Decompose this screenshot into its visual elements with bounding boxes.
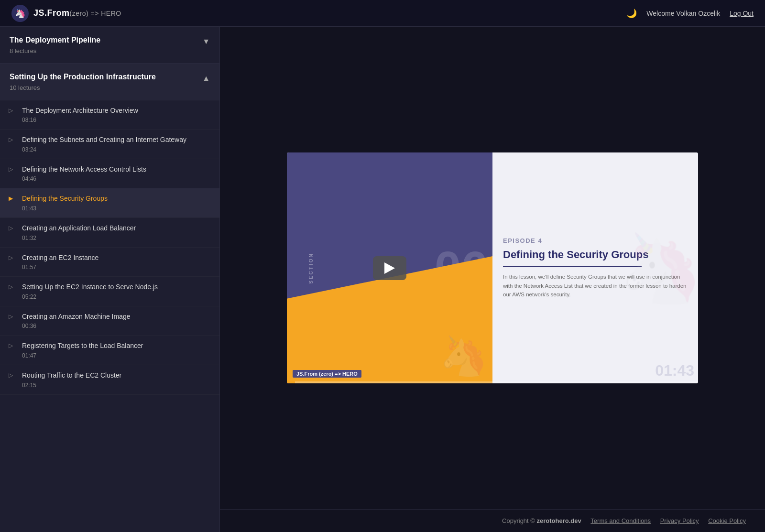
video-right: 🦄 EPISODE 4 Defining the Security Groups…: [492, 152, 698, 384]
collapsed-section[interactable]: The Deployment Pipeline 8 lectures ▼: [0, 27, 219, 64]
lecture-list: ▷The Deployment Architecture Overview08:…: [0, 100, 219, 395]
lecture-name: Creating an EC2 Instance: [22, 253, 210, 263]
video-progress-fill: [287, 381, 295, 383]
lecture-item[interactable]: ▷Registering Targets to the Load Balance…: [0, 336, 219, 365]
video-wrapper: SECTION 06 🦄: [287, 152, 698, 384]
footer-brand: zerotohero.dev: [537, 517, 581, 524]
duration-watermark: 01:43: [655, 362, 694, 380]
video-logo: JS.From (zero) => HERO: [293, 370, 361, 378]
welcome-text: Welcome Volkan Ozcelik: [646, 10, 720, 17]
lecture-item[interactable]: ▷Creating an Amazon Machine Image00:36: [0, 306, 219, 336]
svg-text:🦄: 🦄: [15, 8, 26, 19]
play-icon: ▷: [9, 283, 13, 290]
play-icon: ▶: [9, 195, 13, 202]
lecture-name: The Deployment Architecture Overview: [22, 106, 210, 116]
footer-privacy-link[interactable]: Privacy Policy: [660, 517, 699, 524]
main-content: SECTION 06 🦄: [220, 27, 765, 532]
play-icon: ▷: [9, 342, 13, 349]
lecture-item[interactable]: ▷Creating an EC2 Instance01:57: [0, 248, 219, 277]
lecture-item[interactable]: ▷Creating an Application Load Balancer01…: [0, 218, 219, 248]
logo-text: JS.From(zero) => HERO: [33, 8, 121, 18]
lecture-name: Defining the Subnets and Creating an Int…: [22, 135, 210, 145]
header: 🦄 JS.From(zero) => HERO 🌙 Welcome Volkan…: [0, 0, 765, 27]
lecture-duration: 02:15: [22, 382, 210, 389]
lecture-duration: 04:46: [22, 175, 210, 182]
logo-jsrom: JS.From: [33, 8, 70, 18]
footer-copyright: Copyright ©: [502, 517, 536, 524]
video-progress-bar[interactable]: [287, 381, 698, 383]
play-icon: [384, 262, 395, 274]
lecture-item[interactable]: ▷The Deployment Architecture Overview08:…: [0, 100, 219, 130]
footer: Copyright © zerotohero.dev Terms and Con…: [220, 509, 765, 532]
play-icon: ▷: [9, 254, 13, 261]
play-icon: ▷: [9, 166, 13, 173]
lecture-duration: 01:32: [22, 235, 210, 241]
unicorn-watermark: 🦄: [440, 334, 488, 379]
lecture-name: Registering Targets to the Load Balancer: [22, 341, 210, 351]
lecture-duration: 05:22: [22, 293, 210, 300]
lecture-duration: 01:43: [22, 205, 210, 212]
lecture-item[interactable]: ▷Defining the Subnets and Creating an In…: [0, 130, 219, 159]
lecture-name: Creating an Application Load Balancer: [22, 224, 210, 233]
lecture-item[interactable]: ▷Defining the Network Access Control Lis…: [0, 159, 219, 189]
video-container: SECTION 06 🦄: [220, 27, 765, 509]
play-icon: ▷: [9, 136, 13, 143]
play-icon: ▷: [9, 372, 13, 379]
lecture-item[interactable]: ▷Routing Traffic to the EC2 Cluster02:15: [0, 365, 219, 395]
expanded-toggle-icon: ▲: [202, 74, 210, 83]
logo-sub: (zero) => HERO: [70, 10, 121, 17]
play-button[interactable]: [373, 256, 406, 280]
lecture-duration: 01:47: [22, 352, 210, 359]
lecture-item[interactable]: ▷Setting Up the EC2 Instance to Serve No…: [0, 277, 219, 306]
lecture-duration: 01:57: [22, 264, 210, 271]
lecture-name: Creating an Amazon Machine Image: [22, 312, 210, 322]
expanded-section-count: 10 lectures: [10, 84, 156, 91]
logo-icon: 🦄: [11, 5, 29, 22]
collapsed-toggle-icon: ▼: [202, 37, 210, 46]
collapsed-section-info: The Deployment Pipeline 8 lectures: [10, 35, 100, 54]
lecture-duration: 03:24: [22, 146, 210, 153]
video-thumbnail: SECTION 06 🦄: [287, 152, 698, 384]
lecture-item[interactable]: ▶Defining the Security Groups01:43: [0, 188, 219, 218]
lecture-name: Setting Up the EC2 Instance to Serve Nod…: [22, 282, 210, 292]
logo[interactable]: 🦄 JS.From(zero) => HERO: [11, 5, 121, 22]
collapsed-section-title: The Deployment Pipeline: [10, 35, 100, 45]
play-icon: ▷: [9, 225, 13, 231]
header-right: 🌙 Welcome Volkan Ozcelik Log Out: [626, 8, 754, 19]
play-icon: ▷: [9, 107, 13, 114]
lecture-name: Defining the Network Access Control List…: [22, 165, 210, 174]
collapsed-section-count: 8 lectures: [10, 47, 100, 54]
layout: The Deployment Pipeline 8 lectures ▼ Set…: [0, 27, 765, 532]
expanded-section-title: Setting Up the Production Infrastructure: [10, 72, 156, 82]
sidebar: The Deployment Pipeline 8 lectures ▼ Set…: [0, 27, 220, 532]
footer-cookie-link[interactable]: Cookie Policy: [708, 517, 746, 524]
play-icon: ▷: [9, 313, 13, 320]
unicorn-bg: 🦄: [619, 228, 698, 307]
logout-button[interactable]: Log Out: [730, 10, 754, 17]
moon-icon[interactable]: 🌙: [626, 8, 637, 19]
lecture-name: Routing Traffic to the EC2 Cluster: [22, 371, 210, 380]
footer-terms-link[interactable]: Terms and Conditions: [590, 517, 651, 524]
expanded-section[interactable]: Setting Up the Production Infrastructure…: [0, 64, 219, 100]
lecture-duration: 08:16: [22, 117, 210, 123]
lecture-name: Defining the Security Groups: [22, 194, 210, 204]
lecture-duration: 00:36: [22, 323, 210, 329]
expanded-section-info: Setting Up the Production Infrastructure…: [10, 72, 156, 91]
